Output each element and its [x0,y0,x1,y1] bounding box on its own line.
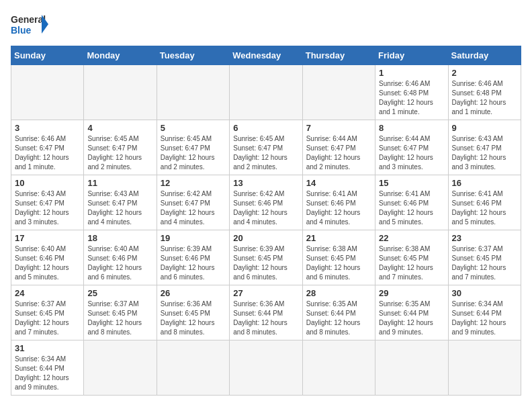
calendar-day [375,340,448,396]
day-info: Sunrise: 6:41 AM Sunset: 6:46 PM Dayligh… [306,189,371,227]
day-number: 17 [15,233,80,243]
day-number: 3 [15,123,80,133]
calendar-day: 4Sunrise: 6:45 AM Sunset: 6:47 PM Daylig… [84,120,157,175]
calendar-day: 13Sunrise: 6:42 AM Sunset: 6:46 PM Dayli… [230,175,302,230]
day-number: 5 [161,123,226,133]
day-info: Sunrise: 6:45 AM Sunset: 6:47 PM Dayligh… [161,134,226,172]
day-header-friday: Friday [375,46,448,65]
day-info: Sunrise: 6:43 AM Sunset: 6:47 PM Dayligh… [15,189,80,227]
day-header-sunday: Sunday [11,46,84,65]
calendar-week-2: 3Sunrise: 6:46 AM Sunset: 6:47 PM Daylig… [11,120,521,175]
day-number: 13 [233,178,298,188]
day-number: 23 [452,233,517,243]
day-info: Sunrise: 6:35 AM Sunset: 6:44 PM Dayligh… [379,300,444,337]
calendar-day [11,65,84,120]
day-info: Sunrise: 6:37 AM Sunset: 6:45 PM Dayligh… [15,300,80,337]
calendar-day: 12Sunrise: 6:42 AM Sunset: 6:47 PM Dayli… [157,175,229,230]
day-header-saturday: Saturday [448,46,521,65]
day-info: Sunrise: 6:39 AM Sunset: 6:45 PM Dayligh… [233,244,298,282]
day-header-wednesday: Wednesday [230,46,302,65]
day-number: 26 [161,288,226,298]
calendar-day: 7Sunrise: 6:44 AM Sunset: 6:47 PM Daylig… [302,120,375,175]
calendar-day: 18Sunrise: 6:40 AM Sunset: 6:46 PM Dayli… [84,230,157,285]
calendar-week-6: 31Sunrise: 6:34 AM Sunset: 6:44 PM Dayli… [11,340,521,396]
day-info: Sunrise: 6:44 AM Sunset: 6:47 PM Dayligh… [379,134,444,172]
calendar-day: 5Sunrise: 6:45 AM Sunset: 6:47 PM Daylig… [157,120,229,175]
day-number: 11 [87,178,152,188]
day-info: Sunrise: 6:35 AM Sunset: 6:44 PM Dayligh… [306,300,371,337]
day-info: Sunrise: 6:36 AM Sunset: 6:45 PM Dayligh… [161,300,226,337]
calendar-day: 27Sunrise: 6:36 AM Sunset: 6:44 PM Dayli… [230,285,302,340]
calendar-day: 15Sunrise: 6:41 AM Sunset: 6:46 PM Dayli… [375,175,448,230]
calendar-day: 31Sunrise: 6:34 AM Sunset: 6:44 PM Dayli… [11,340,84,396]
day-info: Sunrise: 6:42 AM Sunset: 6:47 PM Dayligh… [161,189,226,227]
calendar-day [448,340,521,396]
day-info: Sunrise: 6:46 AM Sunset: 6:48 PM Dayligh… [452,79,517,117]
calendar-day: 17Sunrise: 6:40 AM Sunset: 6:46 PM Dayli… [11,230,84,285]
day-number: 1 [379,68,444,78]
day-number: 4 [87,123,152,133]
calendar-day: 3Sunrise: 6:46 AM Sunset: 6:47 PM Daylig… [11,120,84,175]
day-info: Sunrise: 6:42 AM Sunset: 6:46 PM Dayligh… [233,189,298,227]
day-info: Sunrise: 6:34 AM Sunset: 6:44 PM Dayligh… [15,355,80,392]
calendar-day: 16Sunrise: 6:41 AM Sunset: 6:46 PM Dayli… [448,175,521,230]
calendar-week-5: 24Sunrise: 6:37 AM Sunset: 6:45 PM Dayli… [11,285,521,340]
calendar-day: 19Sunrise: 6:39 AM Sunset: 6:46 PM Dayli… [157,230,229,285]
day-number: 19 [161,233,226,243]
calendar-day: 25Sunrise: 6:37 AM Sunset: 6:45 PM Dayli… [84,285,157,340]
day-number: 31 [15,343,80,353]
calendar-header-row: SundayMondayTuesdayWednesdayThursdayFrid… [11,46,521,65]
day-info: Sunrise: 6:34 AM Sunset: 6:44 PM Dayligh… [452,300,517,337]
day-info: Sunrise: 6:44 AM Sunset: 6:47 PM Dayligh… [306,134,371,172]
day-info: Sunrise: 6:37 AM Sunset: 6:45 PM Dayligh… [452,244,517,282]
calendar-day: 29Sunrise: 6:35 AM Sunset: 6:44 PM Dayli… [375,285,448,340]
calendar-day: 24Sunrise: 6:37 AM Sunset: 6:45 PM Dayli… [11,285,84,340]
day-number: 21 [306,233,371,243]
calendar-day [157,340,229,396]
calendar-day: 11Sunrise: 6:43 AM Sunset: 6:47 PM Dayli… [84,175,157,230]
day-number: 7 [306,123,371,133]
day-number: 12 [161,178,226,188]
day-info: Sunrise: 6:40 AM Sunset: 6:46 PM Dayligh… [87,244,152,282]
day-info: Sunrise: 6:37 AM Sunset: 6:45 PM Dayligh… [87,300,152,337]
calendar-day: 8Sunrise: 6:44 AM Sunset: 6:47 PM Daylig… [375,120,448,175]
day-number: 24 [15,288,80,298]
day-number: 18 [87,233,152,243]
calendar-day: 30Sunrise: 6:34 AM Sunset: 6:44 PM Dayli… [448,285,521,340]
calendar-day: 22Sunrise: 6:38 AM Sunset: 6:45 PM Dayli… [375,230,448,285]
day-number: 28 [306,288,371,298]
calendar-day: 14Sunrise: 6:41 AM Sunset: 6:46 PM Dayli… [302,175,375,230]
day-info: Sunrise: 6:38 AM Sunset: 6:45 PM Dayligh… [379,244,444,282]
day-header-tuesday: Tuesday [157,46,229,65]
calendar-day [84,65,157,120]
day-info: Sunrise: 6:43 AM Sunset: 6:47 PM Dayligh… [452,134,517,172]
calendar-week-3: 10Sunrise: 6:43 AM Sunset: 6:47 PM Dayli… [11,175,521,230]
calendar-table: SundayMondayTuesdayWednesdayThursdayFrid… [11,46,521,396]
day-info: Sunrise: 6:45 AM Sunset: 6:47 PM Dayligh… [87,134,152,172]
day-header-monday: Monday [84,46,157,65]
day-number: 29 [379,288,444,298]
day-number: 8 [379,123,444,133]
calendar-day: 20Sunrise: 6:39 AM Sunset: 6:45 PM Dayli… [230,230,302,285]
day-info: Sunrise: 6:41 AM Sunset: 6:46 PM Dayligh… [452,189,517,227]
generalblue-logo-icon: GeneralBlue [11,11,51,39]
day-info: Sunrise: 6:40 AM Sunset: 6:46 PM Dayligh… [15,244,80,282]
day-number: 10 [15,178,80,188]
calendar-day: 9Sunrise: 6:43 AM Sunset: 6:47 PM Daylig… [448,120,521,175]
calendar-day [157,65,229,120]
logo: GeneralBlue [11,11,51,39]
day-number: 6 [233,123,298,133]
day-info: Sunrise: 6:46 AM Sunset: 6:48 PM Dayligh… [379,79,444,117]
day-info: Sunrise: 6:41 AM Sunset: 6:46 PM Dayligh… [379,189,444,227]
day-info: Sunrise: 6:39 AM Sunset: 6:46 PM Dayligh… [161,244,226,282]
calendar-day [302,340,375,396]
day-number: 30 [452,288,517,298]
day-number: 15 [379,178,444,188]
day-number: 16 [452,178,517,188]
day-info: Sunrise: 6:43 AM Sunset: 6:47 PM Dayligh… [87,189,152,227]
calendar-day [230,65,302,120]
day-number: 14 [306,178,371,188]
calendar-day [230,340,302,396]
day-number: 20 [233,233,298,243]
day-number: 9 [452,123,517,133]
